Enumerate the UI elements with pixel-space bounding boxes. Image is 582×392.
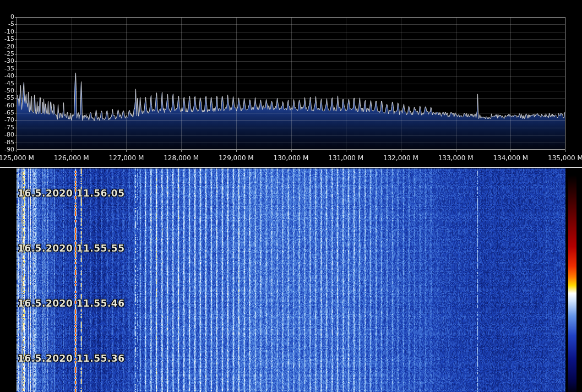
sdr-display-window: 0-5-10-15-20-25-30-35-40-45-50-55-60-65-… (0, 0, 582, 392)
x-tick-label: 126,000 M (54, 154, 89, 162)
spectrum-plot[interactable] (0, 0, 582, 163)
y-tick-label: -20 (0, 43, 14, 50)
x-tick-label: 132,000 M (383, 154, 418, 162)
y-tick-label: -75 (0, 124, 14, 131)
y-tick-label: 0 (0, 14, 14, 20)
x-tick-label: 134,000 M (493, 154, 528, 162)
y-tick-label: -30 (0, 58, 14, 64)
waterfall-timestamp: 16.5.2020 11.56.05 (18, 188, 125, 199)
y-tick-label: -70 (0, 117, 14, 123)
panel-separator (0, 167, 582, 168)
x-tick-label: 125,000 M (0, 154, 34, 162)
y-tick-label: -55 (0, 95, 14, 101)
y-tick-label: -80 (0, 132, 14, 138)
x-tick-label: 131,000 M (328, 154, 363, 162)
waterfall-colorbar (568, 175, 576, 392)
y-tick-label: -15 (0, 36, 14, 42)
y-tick-label: -50 (0, 88, 14, 94)
y-tick-label: -40 (0, 73, 14, 79)
y-tick-label: -60 (0, 102, 14, 109)
waterfall-timestamp: 16.5.2020 11.55.46 (18, 298, 125, 309)
y-tick-label: -65 (0, 110, 14, 116)
waterfall-timestamp: 16.5.2020 11.55.36 (18, 353, 125, 364)
x-tick-label: 133,000 M (438, 154, 474, 162)
y-tick-label: -25 (0, 51, 14, 57)
x-tick-label: 129,000 M (219, 154, 254, 162)
y-tick-label: -10 (0, 29, 14, 35)
x-tick-label: 127,000 M (108, 154, 144, 162)
y-tick-label: -45 (0, 80, 14, 87)
y-tick-label: -35 (0, 66, 14, 72)
x-tick-label: 130,000 M (274, 154, 309, 162)
y-tick-label: -90 (0, 146, 14, 153)
y-tick-label: -85 (0, 139, 14, 146)
y-tick-label: -5 (0, 21, 14, 28)
x-tick-label: 128,000 M (164, 154, 199, 162)
waterfall-timestamp: 16.5.2020 11.55.55 (18, 243, 125, 254)
x-tick-label: 135,000 M (548, 154, 582, 162)
